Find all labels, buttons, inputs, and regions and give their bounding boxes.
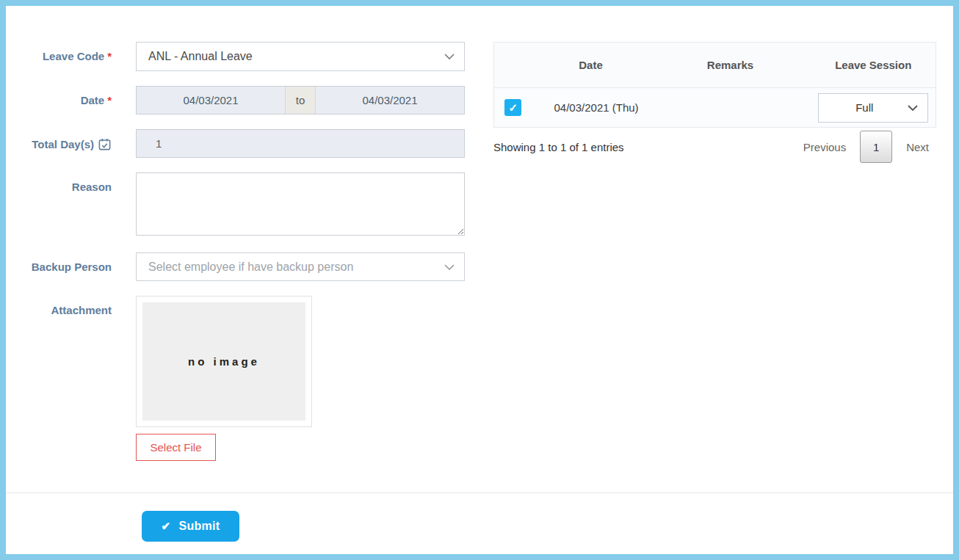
date-to-input[interactable] [316, 87, 464, 114]
leave-code-row: Leave Code* ANL - Annual Leave [6, 42, 465, 71]
leave-code-selected-value: ANL - Annual Leave [148, 50, 253, 63]
calendar-check-icon [98, 137, 112, 151]
table-header-row: Date Remarks Leave Session [494, 43, 936, 88]
required-asterisk: * [107, 50, 112, 62]
row-leave-session-cell: Full [811, 88, 936, 128]
reason-textarea[interactable] [136, 172, 465, 236]
chevron-down-icon [908, 105, 918, 111]
date-label: Date* [6, 86, 112, 114]
page-content: Leave Code* ANL - Annual Leave Date* [6, 6, 953, 461]
reason-row: Reason [6, 172, 465, 239]
row-checkbox[interactable]: ✓ [504, 99, 521, 116]
total-days-label: Total Day(s) [6, 129, 112, 158]
backup-person-row: Backup Person Select employee if have ba… [6, 252, 465, 281]
attachment-placeholder-box: no image [142, 302, 305, 421]
pagination-previous[interactable]: Previous [797, 141, 853, 153]
backup-person-select[interactable]: Select employee if have backup person [136, 252, 465, 281]
total-days-control [136, 129, 465, 158]
date-range-group: to [136, 86, 465, 114]
leave-code-control: ANL - Annual Leave [136, 42, 465, 71]
leave-session-select[interactable]: Full [818, 93, 928, 123]
leave-code-label: Leave Code* [6, 42, 112, 71]
entries-info: Showing 1 to 1 of 1 entries [493, 141, 624, 153]
table-row: ✓ 04/03/2021 (Thu) Full [494, 88, 936, 128]
reason-label: Reason [6, 172, 112, 239]
total-days-row: Total Day(s) [6, 129, 465, 158]
date-column-header: Date [532, 43, 650, 88]
no-image-text: no image [188, 355, 260, 368]
row-remarks-cell [650, 88, 811, 128]
checkbox-column-header [494, 43, 532, 88]
pagination-next[interactable]: Next [900, 141, 936, 153]
table-footer: Showing 1 to 1 of 1 entries Previous 1 N… [493, 131, 936, 163]
chevron-down-icon [444, 54, 455, 59]
select-file-button[interactable]: Select File [136, 434, 216, 461]
attachment-label: Attachment [6, 296, 112, 461]
leave-days-table: Date Remarks Leave Session ✓ 04/03/2021 … [493, 42, 936, 128]
chevron-down-icon [444, 264, 455, 270]
remarks-column-header: Remarks [650, 43, 811, 88]
attachment-control: no image Select File [136, 296, 465, 461]
backup-person-placeholder: Select employee if have backup person [148, 261, 353, 274]
pagination-page-1[interactable]: 1 [860, 131, 892, 163]
date-from-input[interactable] [137, 87, 285, 114]
row-checkbox-cell: ✓ [494, 88, 532, 128]
leave-session-selected-value: Full [855, 101, 873, 114]
submit-button[interactable]: ✔ Submit [142, 511, 239, 542]
pagination: Previous 1 Next [797, 131, 936, 163]
backup-person-label: Backup Person [6, 252, 112, 281]
leave-code-select[interactable]: ANL - Annual Leave [136, 42, 465, 71]
row-date-cell: 04/03/2021 (Thu) [532, 88, 650, 128]
date-label-text: Date [81, 94, 105, 106]
total-days-input[interactable] [136, 129, 465, 158]
leave-form: Leave Code* ANL - Annual Leave Date* [6, 42, 465, 461]
total-days-label-text: Total Day(s) [32, 138, 94, 151]
attachment-row: Attachment no image Select File [6, 296, 465, 461]
date-control: to [136, 86, 465, 114]
backup-person-control: Select employee if have backup person [136, 252, 465, 281]
attachment-preview: no image [136, 296, 312, 427]
date-range-separator: to [285, 87, 316, 114]
leave-application-page: Leave Code* ANL - Annual Leave Date* [0, 0, 959, 560]
submit-button-label: Submit [178, 520, 220, 533]
date-row: Date* to [6, 86, 465, 114]
submit-row: ✔ Submit [6, 493, 953, 542]
reason-control [136, 172, 465, 239]
leave-days-panel: Date Remarks Leave Session ✓ 04/03/2021 … [493, 42, 936, 461]
check-icon: ✔ [162, 520, 171, 533]
required-asterisk: * [107, 94, 112, 106]
leave-code-label-text: Leave Code [43, 50, 104, 62]
leave-session-column-header: Leave Session [811, 43, 936, 88]
